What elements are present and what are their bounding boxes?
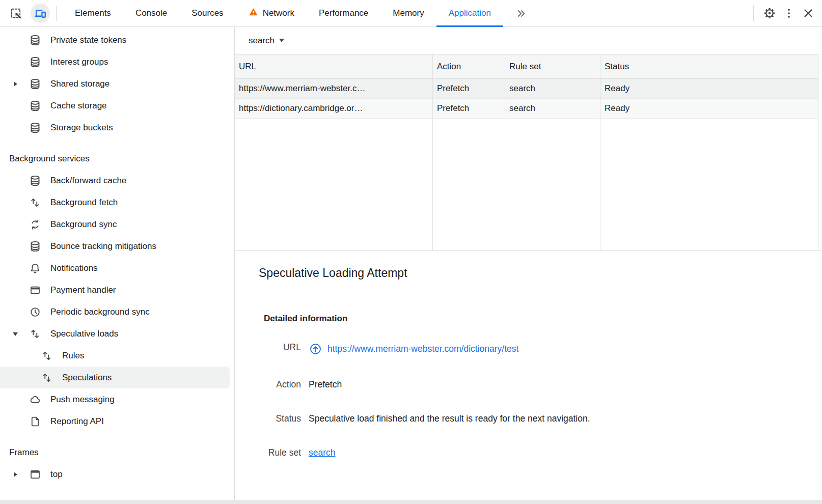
ruleset-filter-value: search xyxy=(249,36,275,46)
table-row-0-url[interactable]: https://www.merriam-webster.c… xyxy=(235,79,433,99)
table-row-1-rule-set[interactable]: search xyxy=(505,99,600,119)
warning-icon xyxy=(248,7,259,17)
detail-field-status: StatusSpeculative load finished and the … xyxy=(244,413,812,424)
tabbar-separator xyxy=(56,6,57,21)
table-row-1-action[interactable]: Prefetch xyxy=(433,99,505,119)
column-header-url[interactable]: URL xyxy=(235,54,433,79)
devtools-window: ElementsConsoleSourcesNetworkPerformance… xyxy=(0,0,822,504)
tab-memory[interactable]: Memory xyxy=(380,0,436,26)
detail-field-action: ActionPrefetch xyxy=(244,379,812,390)
column-header-action[interactable]: Action xyxy=(433,54,505,79)
database-icon xyxy=(29,56,41,68)
sidebar-item-notifications[interactable]: Notifications xyxy=(0,257,234,279)
sidebar-item-label: Rules xyxy=(62,351,84,361)
application-sidebar: Private state tokensInterest groupsShare… xyxy=(0,27,235,500)
table-row-0-action[interactable]: Prefetch xyxy=(433,79,505,99)
detail-label: URL xyxy=(244,342,301,353)
device-toolbar-button[interactable] xyxy=(31,4,50,23)
sidebar-section-background-services: Background services xyxy=(0,148,234,170)
tab-performance[interactable]: Performance xyxy=(307,0,380,26)
tabbar-left-tools xyxy=(0,0,63,26)
database-icon xyxy=(29,100,41,112)
sidebar-item-speculative-loads[interactable]: Speculative loads xyxy=(0,323,234,345)
updown-arrows-icon xyxy=(41,372,53,384)
sidebar-item-label: Payment handler xyxy=(50,285,116,295)
tab-elements[interactable]: Elements xyxy=(63,0,123,26)
detail-field-rule-set: Rule setsearch xyxy=(244,447,812,458)
expander-right-icon[interactable] xyxy=(10,80,29,88)
table-row-0-status[interactable]: Ready xyxy=(600,79,818,99)
database-icon xyxy=(29,34,41,46)
more-tabs-button[interactable] xyxy=(503,0,539,26)
sidebar-item-top[interactable]: top xyxy=(0,463,234,485)
column-header-rule-set[interactable]: Rule set xyxy=(505,54,600,79)
sidebar-item-shared-storage[interactable]: Shared storage xyxy=(0,73,234,95)
speculations-toolbar: search xyxy=(235,27,822,54)
detail-url-link[interactable]: https://www.merriam-webster.com/dictiona… xyxy=(327,344,518,354)
inspect-element-button[interactable] xyxy=(6,4,25,23)
sidebar-item-label: Cache storage xyxy=(50,101,107,111)
detail-ruleset-link[interactable]: search xyxy=(309,447,336,458)
detail-value: Speculative load finished and the result… xyxy=(309,413,590,424)
inspect-icon xyxy=(9,7,23,20)
sidebar-item-label: Background sync xyxy=(50,219,117,230)
column-header-status[interactable]: Status xyxy=(600,54,818,79)
sidebar-item-label: Speculative loads xyxy=(50,329,118,339)
tab-label: Sources xyxy=(191,8,223,18)
table-row-0-rule-set[interactable]: search xyxy=(505,79,600,99)
speculation-details: Speculative Loading Attempt Detailed inf… xyxy=(235,250,822,500)
details-titlebar: Speculative Loading Attempt xyxy=(235,251,822,295)
sidebar-item-rules[interactable]: Rules xyxy=(0,345,234,367)
sidebar-item-periodic-background-sync[interactable]: Periodic background sync xyxy=(0,301,234,323)
bottom-strip xyxy=(0,500,822,504)
device-toolbar-icon xyxy=(34,7,47,20)
sidebar-item-label: Speculations xyxy=(62,373,112,383)
sidebar-item-label: Reporting API xyxy=(50,416,104,427)
detail-label: Status xyxy=(244,413,301,424)
sidebar-item-push-messaging[interactable]: Push messaging xyxy=(0,388,234,410)
sidebar-item-interest-groups[interactable]: Interest groups xyxy=(0,51,234,73)
settings-gear-icon xyxy=(763,7,776,20)
tab-label: Elements xyxy=(75,8,111,18)
sidebar-section-frames: Frames xyxy=(0,441,234,463)
tab-console[interactable]: Console xyxy=(123,0,179,26)
bell-icon xyxy=(29,262,41,274)
table-row-1-url[interactable]: https://dictionary.cambridge.or… xyxy=(235,99,433,119)
close-devtools-button[interactable] xyxy=(799,4,818,23)
sidebar-item-speculations[interactable]: Speculations xyxy=(0,367,230,388)
sidebar-item-storage-buckets[interactable]: Storage buckets xyxy=(0,117,234,138)
table-filler xyxy=(505,119,600,250)
detail-field-url: URLhttps://www.merriam-webster.com/dicti… xyxy=(244,342,812,356)
settings-button[interactable] xyxy=(760,4,779,23)
sidebar-item-payment-handler[interactable]: Payment handler xyxy=(0,279,234,301)
expander-down-icon[interactable] xyxy=(10,330,29,338)
tab-sources[interactable]: Sources xyxy=(179,0,235,26)
sidebar-item-bounce-tracking-mitigations[interactable]: Bounce tracking mitigations xyxy=(0,235,234,257)
tab-network[interactable]: Network xyxy=(236,0,307,26)
payment-card-icon xyxy=(29,284,41,296)
table-row-1-status[interactable]: Ready xyxy=(600,99,818,119)
tab-list: ElementsConsoleSourcesNetworkPerformance… xyxy=(63,0,503,26)
sidebar-item-background-fetch[interactable]: Background fetch xyxy=(0,191,234,213)
sidebar-item-label: Shared storage xyxy=(50,79,109,89)
tab-application[interactable]: Application xyxy=(436,0,503,26)
frame-icon xyxy=(29,468,41,481)
sidebar-item-cache-storage[interactable]: Cache storage xyxy=(0,95,234,117)
sidebar-item-reporting-api[interactable]: Reporting API xyxy=(0,410,234,432)
tab-label: Memory xyxy=(393,8,424,18)
database-icon xyxy=(29,175,41,187)
sidebar-item-label: top xyxy=(50,469,63,480)
tabbar-right-separator xyxy=(753,6,754,21)
tab-label: Console xyxy=(135,8,167,18)
detail-value: Prefetch xyxy=(309,379,342,390)
sidebar-item-back-forward-cache[interactable]: Back/forward cache xyxy=(0,170,234,191)
customize-menu-button[interactable] xyxy=(779,4,799,23)
expander-right-icon[interactable] xyxy=(10,471,29,478)
sidebar-item-background-sync[interactable]: Background sync xyxy=(0,213,234,235)
sidebar-item-private-state-tokens[interactable]: Private state tokens xyxy=(0,29,234,51)
details-title: Speculative Loading Attempt xyxy=(259,266,407,280)
ruleset-filter-select[interactable]: search xyxy=(248,34,285,48)
tabbar-right-tools xyxy=(747,0,822,26)
table-filler xyxy=(433,119,505,250)
updown-arrows-icon xyxy=(29,197,41,209)
